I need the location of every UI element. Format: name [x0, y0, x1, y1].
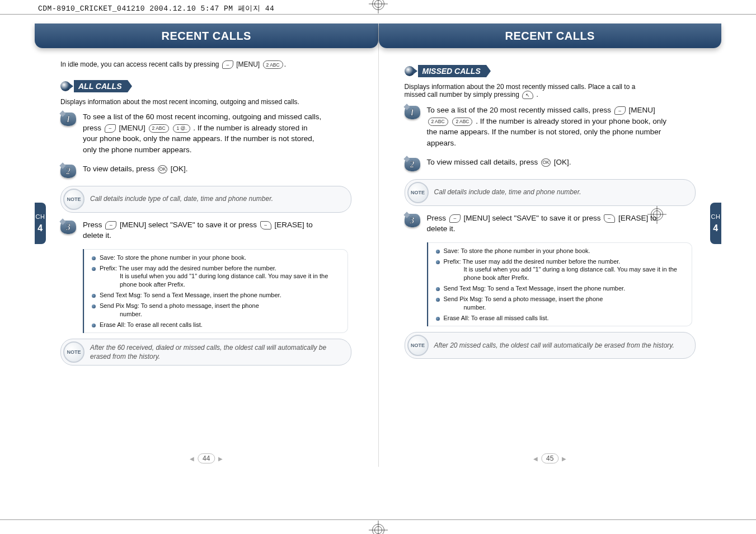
send-key-icon: ↖ — [522, 91, 533, 99]
heading-dot-icon — [60, 81, 71, 91]
options-box: Save: To store the phone number in your … — [427, 242, 692, 327]
chapter-tab-right: CH 4 — [710, 203, 721, 244]
step-2: 2 To view missed call details, press OK … — [405, 157, 668, 171]
step-number-icon: 2 — [405, 158, 420, 171]
soft-key-icon: – — [222, 60, 233, 69]
soft-key-icon: – — [105, 124, 116, 133]
note-1: NOTE Call details include type of call, … — [60, 186, 351, 213]
step-3: 3 Press – [MENU] select "SAVE" to save i… — [405, 213, 668, 235]
step-number-icon: 1 — [405, 106, 420, 119]
section-desc: Displays information about the 20 most r… — [405, 83, 651, 99]
key-2-icon: 2 ABC — [263, 60, 283, 69]
step-2: 2 To view details, press OK [OK]. — [60, 163, 323, 178]
section-heading-missed-calls: MISSED CALLS — [405, 65, 486, 77]
prepress-header: CDM-8910_CRICKET_041210 2004.12.10 5:47 … — [38, 3, 274, 13]
soft-key-icon: – — [449, 214, 461, 223]
step-3: 3 Press – [MENU] select "SAVE" to save i… — [60, 219, 323, 241]
bottom-crop-line — [0, 519, 756, 520]
list-item: Send Text Msg: To send a Text Message, i… — [436, 283, 688, 294]
list-item: Erase All: To erase all missed calls lis… — [436, 313, 688, 324]
step-1: 1 To see a list of the 20 most recently … — [405, 105, 668, 148]
list-item: Send Pix Msg: To send a photo message, i… — [92, 301, 344, 320]
chapter-title-bar: RECENT CALLS — [379, 24, 722, 48]
right-page: CH 4 RECENT CALLS MISSED CALLS Displays … — [378, 24, 722, 467]
step-number-icon: 3 — [405, 214, 420, 227]
ok-key-icon: OK — [158, 165, 167, 174]
note-badge-icon: NOTE — [407, 335, 429, 356]
page-number: ◀ 45 ▶ — [533, 453, 566, 463]
left-page: CH 4 RECENT CALLS In idle mode, you can … — [35, 24, 378, 467]
chapter-title: RECENT CALLS — [162, 30, 251, 43]
soft-key-icon: – — [614, 106, 626, 115]
page-number: ◀ 44 ▶ — [190, 453, 223, 463]
chevron-right-icon: ▶ — [562, 456, 566, 462]
chevron-left-icon: ◀ — [533, 456, 538, 462]
section-heading-all-calls: ALL CALLS — [60, 80, 128, 92]
list-item: Save: To store the phone number in your … — [92, 252, 344, 263]
list-item: Send Pix Msg: To send a photo message, i… — [436, 294, 688, 313]
key-1-icon: 1 @. — [173, 124, 190, 133]
step-number-icon: 3 — [60, 221, 76, 234]
chevron-left-icon: ◀ — [190, 456, 194, 462]
key-2-icon: 2 ABC — [428, 118, 448, 126]
soft-key-right-icon: – — [604, 214, 615, 223]
intro-text: In idle mode, you can access recent call… — [60, 60, 358, 69]
heading-dot-icon — [405, 66, 415, 76]
ok-key-icon: OK — [541, 158, 551, 167]
chapter-title-bar: RECENT CALLS — [35, 24, 378, 48]
chapter-tab-left: CH 4 — [35, 203, 46, 244]
list-item: Prefix: The user may add the desired num… — [92, 263, 344, 291]
step-number-icon: 2 — [60, 165, 76, 178]
options-box: Save: To store the phone number in your … — [83, 249, 348, 334]
list-item: Prefix: The user may add the desired num… — [436, 256, 688, 284]
chevron-right-icon: ▶ — [218, 456, 223, 462]
note-2: NOTE After the 60 received, dialed or mi… — [60, 339, 351, 366]
list-item: Erase All: To erase all recent calls lis… — [92, 320, 344, 330]
soft-key-icon: – — [105, 221, 116, 229]
key-2-icon: 2 ABC — [149, 124, 169, 133]
note-2: NOTE After 20 missed calls, the oldest c… — [405, 332, 696, 359]
section-desc: Displays information about the most rece… — [60, 98, 307, 106]
chapter-title: RECENT CALLS — [505, 30, 595, 43]
soft-key-right-icon: – — [260, 221, 271, 229]
step-number-icon: 1 — [60, 113, 76, 126]
note-badge-icon: NOTE — [407, 182, 429, 203]
top-crop-line — [0, 14, 756, 15]
registration-mark-bottom — [369, 521, 388, 534]
step-1: 1 To see a list of the 60 most recent in… — [60, 111, 323, 155]
list-item: Send Text Msg: To send a Text Message, i… — [92, 290, 344, 301]
list-item: Save: To store the phone number in your … — [436, 246, 688, 256]
note-1: NOTE Call details include date, time and… — [405, 179, 696, 206]
key-2-icon: 2 ABC — [452, 118, 472, 126]
note-badge-icon: NOTE — [63, 341, 84, 363]
note-badge-icon: NOTE — [63, 189, 84, 210]
registration-mark-top — [369, 0, 388, 13]
